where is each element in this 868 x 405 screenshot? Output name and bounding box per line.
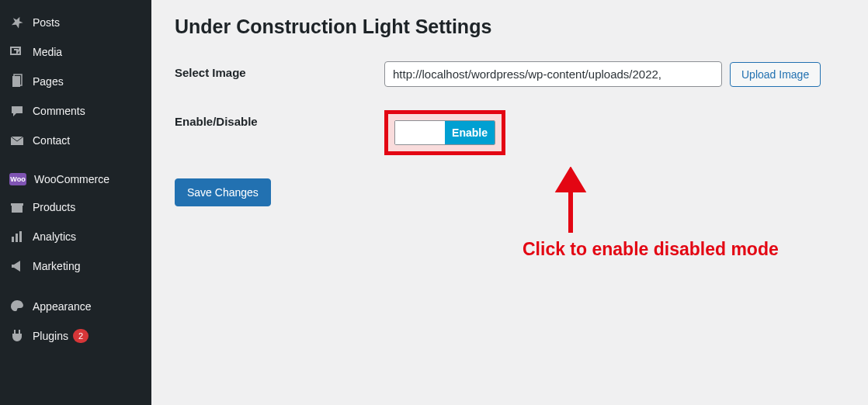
plugins-icon	[9, 328, 25, 344]
sidebar-item-products[interactable]: Products	[0, 192, 151, 222]
sidebar-item-marketing[interactable]: Marketing	[0, 251, 151, 281]
sidebar-item-plugins[interactable]: Plugins 2	[0, 321, 151, 351]
sidebar-item-label: Analytics	[33, 230, 76, 243]
marketing-icon	[9, 258, 25, 274]
row-enable-disable: Enable/Disable Enable	[175, 110, 845, 155]
sidebar-item-label: WooCommerce	[34, 173, 109, 185]
label-enable-disable: Enable/Disable	[175, 110, 384, 128]
toggle-off-side	[395, 121, 445, 144]
label-select-image: Select Image	[175, 61, 384, 79]
products-icon	[9, 199, 25, 215]
admin-sidebar: Posts Media Pages Comments Contact Woo W…	[0, 0, 151, 405]
sidebar-item-label: Comments	[33, 105, 85, 117]
pin-icon	[9, 15, 25, 30]
pages-icon	[9, 74, 25, 89]
sidebar-item-label: Products	[33, 201, 75, 213]
sidebar-item-media[interactable]: Media	[0, 37, 151, 67]
update-count-badge: 2	[73, 329, 89, 343]
svg-rect-8	[19, 231, 22, 242]
comments-icon	[9, 103, 25, 119]
annotation-text: Click to enable disabled mode	[523, 237, 833, 261]
sidebar-item-contact[interactable]: Contact	[0, 126, 151, 155]
appearance-icon	[9, 299, 25, 314]
svg-rect-7	[16, 234, 18, 242]
sidebar-item-label: Contact	[33, 134, 70, 147]
svg-rect-4	[12, 205, 23, 213]
sidebar-item-label: Appearance	[33, 300, 92, 313]
toggle-on-side: Enable	[445, 121, 495, 144]
sidebar-item-label: Media	[33, 46, 62, 58]
save-changes-button[interactable]: Save Changes	[175, 178, 271, 206]
enable-toggle[interactable]: Enable	[394, 120, 495, 145]
row-select-image: Select Image Upload Image	[175, 61, 845, 87]
woo-icon: Woo	[9, 173, 26, 185]
svg-rect-5	[11, 203, 23, 206]
sidebar-item-appearance[interactable]: Appearance	[0, 292, 151, 321]
upload-image-button[interactable]: Upload Image	[730, 62, 821, 87]
sidebar-item-woocommerce[interactable]: Woo WooCommerce	[0, 166, 151, 192]
contact-icon	[9, 133, 25, 148]
sidebar-item-label: Posts	[33, 16, 60, 29]
annotation-arrow-icon	[551, 167, 590, 237]
sidebar-item-label: Marketing	[33, 260, 80, 272]
sidebar-item-pages[interactable]: Pages	[0, 67, 151, 96]
main-content: Under Construction Light Settings Select…	[151, 0, 868, 222]
sidebar-item-analytics[interactable]: Analytics	[0, 222, 151, 251]
svg-rect-6	[12, 237, 14, 242]
sidebar-item-label: Pages	[33, 75, 64, 88]
media-icon	[9, 44, 25, 60]
image-url-input[interactable]	[384, 61, 722, 87]
analytics-icon	[9, 229, 25, 244]
annotation-highlight-box: Enable	[384, 110, 505, 155]
sidebar-item-label: Plugins	[33, 330, 68, 342]
sidebar-item-comments[interactable]: Comments	[0, 96, 151, 126]
sidebar-item-posts[interactable]: Posts	[0, 8, 151, 37]
page-title: Under Construction Light Settings	[175, 16, 845, 38]
